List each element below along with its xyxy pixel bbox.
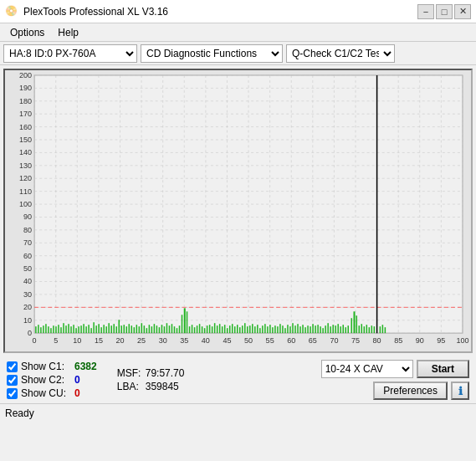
svg-rect-102 <box>70 326 72 333</box>
c1-value: 6382 <box>74 361 97 372</box>
svg-rect-101 <box>68 324 69 333</box>
svg-text:80: 80 <box>373 336 381 345</box>
svg-text:100: 100 <box>19 200 32 208</box>
svg-rect-170 <box>242 325 243 333</box>
svg-rect-90 <box>40 327 42 333</box>
svg-rect-171 <box>244 323 246 333</box>
svg-rect-162 <box>222 326 223 333</box>
svg-rect-133 <box>141 323 143 333</box>
svg-text:20: 20 <box>115 336 124 345</box>
svg-text:120: 120 <box>19 174 32 182</box>
app-title: PlexTools Professional XL V3.16 <box>23 6 168 18</box>
svg-rect-172 <box>247 326 248 333</box>
menu-options[interactable]: Options <box>3 25 51 40</box>
test-select[interactable]: Q-Check C1/C2 Test <box>286 44 395 63</box>
c1-checkbox[interactable] <box>7 361 18 372</box>
svg-rect-127 <box>126 326 128 333</box>
svg-rect-139 <box>156 325 158 333</box>
svg-rect-181 <box>269 325 271 333</box>
svg-rect-215 <box>347 325 349 333</box>
cu-checkbox[interactable] <box>7 388 18 399</box>
svg-rect-141 <box>161 325 163 333</box>
svg-rect-159 <box>214 323 216 333</box>
svg-rect-197 <box>310 326 311 333</box>
maximize-button[interactable]: □ <box>436 4 453 19</box>
svg-rect-176 <box>257 325 258 333</box>
svg-rect-168 <box>237 325 238 333</box>
svg-rect-148 <box>179 325 181 333</box>
svg-rect-201 <box>320 326 321 333</box>
svg-rect-183 <box>274 325 276 333</box>
svg-rect-204 <box>327 323 329 333</box>
menu-help[interactable]: Help <box>51 25 85 40</box>
svg-rect-199 <box>315 325 316 333</box>
close-button[interactable]: ✕ <box>454 4 471 19</box>
c2-label: Show C2: <box>21 374 71 386</box>
svg-rect-118 <box>110 325 112 333</box>
svg-text:30: 30 <box>159 336 167 345</box>
svg-rect-180 <box>267 326 269 333</box>
svg-rect-136 <box>149 325 151 333</box>
svg-rect-103 <box>73 325 74 333</box>
svg-text:0: 0 <box>28 329 32 337</box>
info-button[interactable]: ℹ <box>451 382 469 400</box>
svg-rect-223 <box>369 327 371 333</box>
svg-rect-128 <box>129 324 131 333</box>
svg-text:190: 190 <box>19 84 32 92</box>
bottom-panel: Show C1: 6382 Show C2: 0 Show CU: 0 MSF:… <box>0 356 476 403</box>
drive-select[interactable]: HA:8 ID:0 PX-760A <box>3 44 137 63</box>
svg-rect-164 <box>227 328 228 333</box>
svg-rect-138 <box>154 324 156 333</box>
checkbox-group: Show C1: 6382 Show C2: 0 Show CU: 0 <box>7 361 97 399</box>
svg-rect-114 <box>100 327 102 333</box>
svg-rect-110 <box>90 328 92 333</box>
svg-text:0: 0 <box>33 336 37 345</box>
preferences-button[interactable]: Preferences <box>373 382 448 400</box>
c2-checkbox[interactable] <box>7 375 18 386</box>
stats-group: MSF: 79:57.70 LBA: 359845 <box>117 367 185 392</box>
svg-rect-179 <box>264 324 266 333</box>
svg-rect-97 <box>58 325 59 333</box>
svg-rect-158 <box>212 326 213 333</box>
function-select[interactable]: CD Diagnostic Functions <box>141 44 283 63</box>
svg-text:160: 160 <box>19 123 32 131</box>
svg-rect-96 <box>55 326 57 333</box>
svg-rect-218 <box>385 327 386 333</box>
svg-rect-196 <box>307 325 309 333</box>
svg-rect-91 <box>43 325 44 333</box>
svg-rect-93 <box>48 326 49 333</box>
minimize-button[interactable]: − <box>417 4 434 19</box>
svg-rect-207 <box>353 311 355 333</box>
svg-rect-92 <box>45 324 47 333</box>
svg-text:20: 20 <box>23 303 32 311</box>
svg-rect-130 <box>134 327 136 333</box>
svg-rect-224 <box>371 325 373 333</box>
svg-rect-217 <box>382 325 384 333</box>
svg-text:60: 60 <box>23 252 32 260</box>
lba-label: LBA: <box>117 381 142 392</box>
svg-rect-135 <box>146 328 148 333</box>
svg-rect-123 <box>124 325 125 333</box>
svg-rect-126 <box>182 315 183 333</box>
svg-text:30: 30 <box>23 290 32 299</box>
svg-text:80: 80 <box>23 226 32 234</box>
svg-text:140: 140 <box>19 148 32 156</box>
c2-row: Show C2: 0 <box>7 374 97 386</box>
svg-rect-220 <box>361 324 363 333</box>
svg-rect-142 <box>164 326 166 333</box>
lba-value: 359845 <box>146 381 179 392</box>
start-button[interactable]: Start <box>417 360 469 378</box>
chart-area: 200 190 180 170 160 150 140 130 120 110 … <box>3 69 473 353</box>
svg-rect-105 <box>78 326 79 333</box>
svg-rect-202 <box>322 328 324 333</box>
svg-rect-208 <box>356 315 358 333</box>
svg-text:130: 130 <box>19 161 32 170</box>
msf-value: 79:57.70 <box>146 367 185 379</box>
svg-rect-157 <box>209 325 211 333</box>
svg-text:50: 50 <box>244 336 253 345</box>
speed-select[interactable]: 10-24 X CAV8-16 X CAV4-8 X CAV1-4 X CAV <box>321 360 413 378</box>
svg-rect-98 <box>60 327 62 333</box>
svg-rect-150 <box>192 325 193 333</box>
svg-rect-203 <box>325 325 326 333</box>
svg-rect-115 <box>103 325 105 333</box>
